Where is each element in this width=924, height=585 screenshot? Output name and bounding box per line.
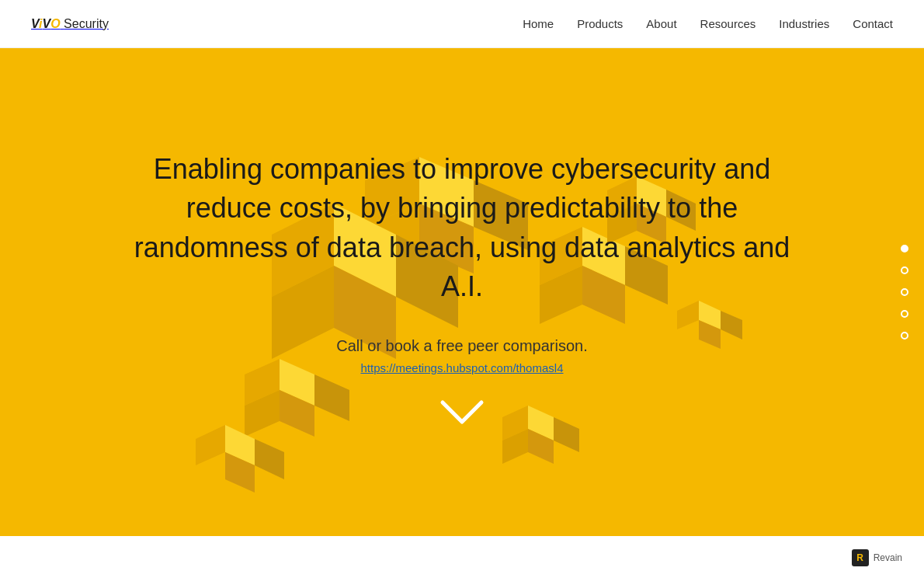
hero-cta-text: Call or book a free peer comparison. — [128, 337, 796, 355]
nav-link-products[interactable]: Products — [577, 17, 623, 30]
revain-icon: R — [852, 549, 869, 566]
nav-link-home[interactable]: Home — [523, 17, 554, 30]
revain-label: Revain — [874, 552, 902, 563]
hero-content: Enabling companies to improve cybersecur… — [113, 134, 811, 451]
hero-section: Enabling companies to improve cybersecur… — [0, 48, 924, 536]
slide-dot-2[interactable] — [901, 266, 908, 274]
hero-scroll-chevron[interactable] — [128, 399, 796, 434]
nav-item-resources[interactable]: Resources — [700, 17, 756, 31]
logo[interactable]: ViVO Security — [31, 17, 109, 31]
nav-links: Home Products About Resources Industries… — [523, 17, 893, 31]
slide-dot-5[interactable] — [901, 332, 908, 340]
nav-item-about[interactable]: About — [646, 17, 676, 31]
nav-item-products[interactable]: Products — [577, 17, 623, 31]
slide-dot-1[interactable] — [901, 245, 908, 252]
nav-item-home[interactable]: Home — [523, 17, 554, 31]
nav-link-contact[interactable]: Contact — [853, 17, 893, 30]
nav-link-industries[interactable]: Industries — [779, 17, 829, 30]
products-section: Products — [0, 536, 924, 585]
navbar: ViVO Security Home Products About Resour… — [0, 0, 924, 48]
nav-link-about[interactable]: About — [646, 17, 676, 30]
nav-item-industries[interactable]: Industries — [779, 17, 829, 31]
slide-dot-3[interactable] — [901, 288, 908, 296]
nav-item-contact[interactable]: Contact — [853, 17, 893, 31]
revain-badge: R Revain — [846, 546, 908, 569]
logo-vivo: ViVO — [31, 17, 64, 30]
hero-cta-link[interactable]: https://meetings.hubspot.com/thomasl4 — [361, 361, 564, 374]
slide-dots — [901, 245, 908, 340]
logo-security-text: Security — [64, 17, 109, 30]
slide-dot-4[interactable] — [901, 310, 908, 318]
hero-headline: Enabling companies to improve cybersecur… — [128, 150, 796, 307]
nav-link-resources[interactable]: Resources — [700, 17, 756, 30]
